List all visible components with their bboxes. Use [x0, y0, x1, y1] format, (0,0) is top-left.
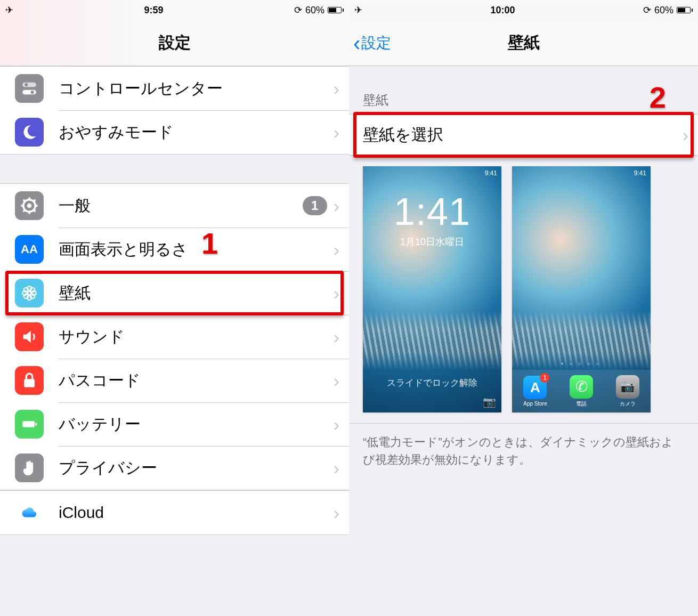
row-privacy[interactable]: プライバシー › — [0, 446, 349, 490]
row-control-center[interactable]: コントロールセンター › — [0, 67, 349, 110]
svg-rect-25 — [35, 423, 37, 426]
status-time: 10:00 — [490, 5, 515, 16]
speaker-icon — [15, 322, 44, 351]
notification-badge: 1 — [303, 196, 327, 215]
row-general[interactable]: 一般 1 › — [0, 184, 349, 228]
rotation-lock-icon: ⟳ — [643, 4, 651, 16]
app-phone: 電話 — [570, 375, 593, 408]
row-label: おやすみモード — [59, 121, 334, 143]
device-settings-list: ✈︎ 9:59 ⟳ 60% 設定 コントロールセンター › おやすみモード › — [0, 0, 349, 616]
svg-rect-24 — [22, 421, 35, 427]
settings-group-2: 一般 1 › AA 画面表示と明るさ › 壁紙 › サウンド › — [0, 183, 349, 490]
page-title: 設定 — [159, 32, 191, 54]
status-bar: ✈︎ 10:00 ⟳ 60% — [349, 0, 698, 20]
row-label: 壁紙を選択 — [363, 124, 443, 146]
page-dots: • ○ ○ ○ ○ — [512, 361, 651, 367]
preview-status-bar: 9:41 — [485, 169, 497, 177]
svg-point-2 — [25, 83, 28, 86]
battery-percent: 60% — [654, 5, 673, 16]
phone-icon — [570, 375, 593, 399]
rotation-lock-icon: ⟳ — [294, 4, 302, 16]
svg-rect-1 — [22, 90, 36, 95]
row-passcode[interactable]: パスコード › — [0, 359, 349, 402]
svg-rect-23 — [24, 379, 35, 387]
choose-wallpaper-container: 壁紙を選択 › — [349, 114, 698, 156]
settings-group-3: iCloud › — [0, 490, 349, 535]
svg-point-3 — [31, 91, 34, 94]
back-button[interactable]: ‹ 設定 — [353, 20, 391, 66]
display-icon: AA — [15, 235, 44, 264]
battery-icon — [677, 7, 693, 13]
app-label: 電話 — [576, 400, 587, 408]
row-display-brightness[interactable]: AA 画面表示と明るさ › — [0, 228, 349, 271]
chevron-right-icon: › — [334, 327, 349, 347]
chevron-right-icon: › — [334, 458, 349, 479]
row-sounds[interactable]: サウンド › — [0, 315, 349, 359]
chevron-right-icon: › — [334, 370, 349, 391]
status-time: 9:59 — [144, 5, 163, 16]
group-spacer — [0, 155, 349, 183]
row-label: 一般 — [59, 195, 303, 217]
footer-note: “低電力モード”がオンのときは、ダイナミックの壁紙および視差効果が無効になります… — [349, 423, 698, 478]
row-do-not-disturb[interactable]: おやすみモード › — [0, 110, 349, 154]
back-label: 設定 — [361, 33, 391, 53]
row-label: パスコード — [59, 370, 334, 392]
chevron-right-icon: › — [334, 502, 349, 523]
chevron-left-icon: ‹ — [353, 33, 360, 54]
hand-icon — [15, 453, 44, 482]
icloud-icon — [15, 498, 44, 527]
app-appstore: 1 App Store — [523, 376, 547, 407]
row-battery[interactable]: バッテリー › — [0, 402, 349, 446]
camera-icon — [616, 375, 639, 399]
slide-to-unlock-label: スライドでロック解除 — [363, 377, 501, 389]
app-badge: 1 — [540, 373, 549, 383]
camera-shortcut-icon: 📷 — [483, 395, 496, 408]
control-center-icon — [15, 74, 44, 103]
battery-icon — [328, 7, 344, 13]
row-icloud[interactable]: iCloud › — [0, 491, 349, 534]
svg-line-12 — [23, 209, 26, 212]
row-label: 画面表示と明るさ — [59, 239, 334, 261]
row-label: コントロールセンター — [59, 78, 334, 100]
page-title: 壁紙 — [508, 32, 540, 54]
row-choose-wallpaper[interactable]: 壁紙を選択 › — [349, 114, 698, 156]
app-label: カメラ — [620, 400, 636, 408]
chevron-right-icon: › — [334, 196, 349, 216]
preview-home-screen[interactable]: 9:41 • ○ ○ ○ ○ 1 App Store 電話 カメラ — [512, 166, 651, 412]
svg-line-10 — [23, 200, 26, 202]
airplane-icon: ✈︎ — [5, 4, 13, 16]
lock-icon — [15, 366, 44, 395]
battery-row-icon — [15, 410, 44, 439]
section-header-wallpaper: 壁紙 — [349, 66, 698, 114]
airplane-icon: ✈︎ — [354, 4, 362, 16]
row-label: 壁紙 — [59, 282, 334, 304]
gear-icon — [15, 191, 44, 220]
device-wallpaper-screen: ✈︎ 10:00 ⟳ 60% ‹ 設定 壁紙 壁紙 壁紙を選択 › 2 — [349, 0, 698, 616]
nav-bar: ‹ 設定 壁紙 — [349, 20, 698, 66]
chevron-right-icon: › — [334, 414, 349, 435]
row-label: サウンド — [59, 326, 334, 348]
svg-rect-0 — [22, 83, 36, 87]
chevron-right-icon: › — [334, 239, 349, 260]
app-camera: カメラ — [616, 375, 639, 408]
flower-icon — [15, 279, 44, 307]
row-wallpaper[interactable]: 壁紙 › — [0, 271, 349, 315]
preview-lock-screen[interactable]: 9:41 1:41 1月10日水曜日 スライドでロック解除 📷 — [363, 166, 501, 412]
app-label: App Store — [523, 401, 547, 407]
preview-status-bar: 9:41 — [634, 169, 646, 177]
wallpaper-previews: 9:41 1:41 1月10日水曜日 スライドでロック解除 📷 9:41 • ○… — [349, 156, 698, 423]
moon-icon — [15, 118, 44, 147]
chevron-right-icon: › — [334, 122, 349, 143]
row-label: プライバシー — [59, 457, 334, 479]
battery-percent: 60% — [305, 5, 324, 16]
chevron-right-icon: › — [334, 78, 349, 99]
status-bar: ✈︎ 9:59 ⟳ 60% — [0, 0, 349, 20]
appstore-icon: 1 — [523, 376, 547, 399]
svg-line-11 — [33, 209, 35, 212]
nav-bar: 設定 — [0, 20, 349, 66]
row-label: バッテリー — [59, 414, 334, 435]
chevron-right-icon: › — [334, 283, 349, 304]
lock-clock: 1:41 — [363, 190, 501, 233]
chevron-right-icon: › — [683, 125, 688, 145]
svg-point-5 — [27, 204, 32, 208]
